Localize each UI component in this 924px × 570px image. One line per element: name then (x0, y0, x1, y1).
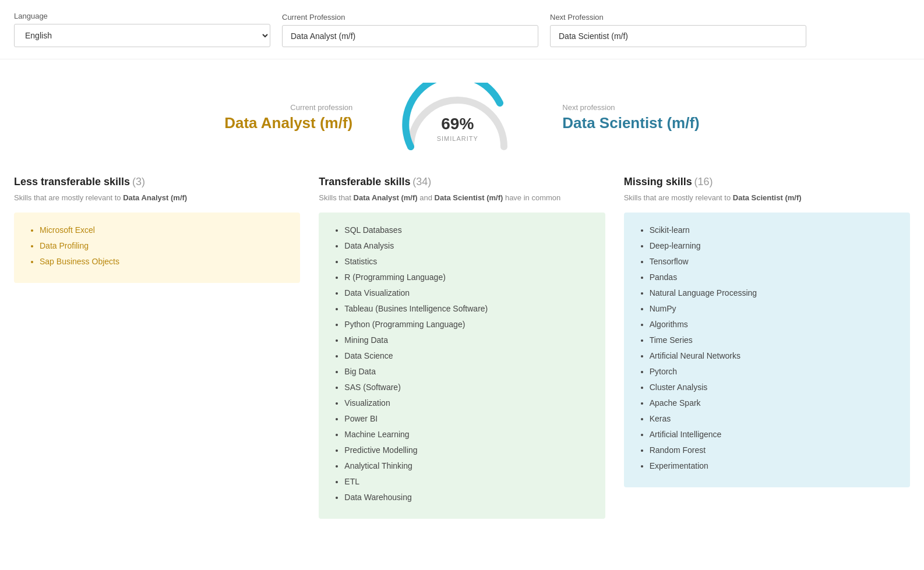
missing-header: Missing skills (16) (624, 176, 910, 188)
list-item: Experimentation (650, 460, 896, 472)
list-item: Sap Business Objects (40, 256, 286, 268)
gauge-percent: 69% (437, 115, 478, 133)
list-item: Apache Spark (650, 397, 896, 409)
list-item: Tensorflow (650, 256, 896, 268)
less-transferable-description: Skills that are mostly relevant to Data … (14, 193, 300, 203)
list-item: Analytical Thinking (344, 460, 591, 472)
missing-column: Missing skills (16) Skills that are most… (615, 176, 910, 519)
missing-count: (16) (694, 176, 713, 187)
transferable-description: Skills that Data Analyst (m/f) and Data … (319, 193, 605, 203)
skills-section: Less transferable skills (3) Skills that… (0, 176, 924, 542)
next-profession-section-label: Next profession (562, 103, 700, 112)
transferable-desc-bold1: Data Analyst (m/f) (354, 193, 418, 202)
list-item: Artificial Intelligence (650, 429, 896, 441)
current-profession-input[interactable] (282, 25, 538, 47)
list-item: Mining Data (344, 334, 591, 346)
language-field-group: Language English (14, 12, 270, 47)
list-item: Data Profiling (40, 240, 286, 252)
list-item: Natural Language Processing (650, 287, 896, 299)
list-item: NumPy (650, 303, 896, 315)
list-item: Pytorch (650, 366, 896, 378)
transferable-count: (34) (412, 176, 431, 187)
list-item: Deep-learning (650, 240, 896, 252)
list-item: Random Forest (650, 444, 896, 456)
less-transferable-column: Less transferable skills (3) Skills that… (14, 176, 309, 519)
list-item: Scikit-learn (650, 224, 896, 236)
list-item: Visualization (344, 397, 591, 409)
missing-list-box: Scikit-learn Deep-learning Tensorflow Pa… (624, 213, 910, 487)
less-transferable-list-box: Microsoft Excel Data Profiling Sap Busin… (14, 213, 300, 283)
list-item: Time Series (650, 334, 896, 346)
list-item: Statistics (344, 256, 591, 268)
missing-list: Scikit-learn Deep-learning Tensorflow Pa… (638, 224, 896, 472)
list-item: Predictive Modelling (344, 444, 591, 456)
list-item: Data Visualization (344, 287, 591, 299)
gauge-similarity-label: SIMILARITY (437, 135, 478, 142)
list-item: Algorithms (650, 318, 896, 331)
similarity-section: Current profession Data Analyst (m/f) 69… (0, 59, 924, 176)
gauge-container: 69% SIMILARITY (399, 83, 516, 153)
list-item: Data Warehousing (344, 491, 591, 504)
current-profession-section-name: Data Analyst (m/f) (224, 114, 352, 132)
transferable-column: Transferable skills (34) Skills that Dat… (309, 176, 614, 519)
list-item: Data Science (344, 350, 591, 362)
less-transferable-desc-bold: Data Analyst (m/f) (123, 193, 187, 202)
list-item: Tableau (Busines Intelligence Software) (344, 303, 591, 315)
transferable-list-box: SQL Databases Data Analysis Statistics R… (319, 213, 605, 519)
language-select[interactable]: English (14, 24, 270, 47)
next-profession-label: Next Profession (550, 13, 806, 22)
list-item: R (Programming Language) (344, 271, 591, 284)
current-profession-label: Current Profession (282, 13, 538, 22)
list-item: Keras (650, 413, 896, 425)
less-transferable-list: Microsoft Excel Data Profiling Sap Busin… (28, 224, 286, 268)
transferable-desc-bold2: Data Scientist (m/f) (435, 193, 503, 202)
less-transferable-count: (3) (132, 176, 145, 187)
next-profession-input[interactable] (550, 25, 806, 47)
less-transferable-header: Less transferable skills (3) (14, 176, 300, 188)
list-item: Big Data (344, 366, 591, 378)
list-item: Pandas (650, 271, 896, 284)
list-item: Microsoft Excel (40, 224, 286, 236)
transferable-list: SQL Databases Data Analysis Statistics R… (333, 224, 591, 504)
list-item: Power BI (344, 413, 591, 425)
list-item: ETL (344, 476, 591, 488)
next-profession-field-group: Next Profession (550, 13, 806, 47)
list-item: Cluster Analysis (650, 381, 896, 394)
language-label: Language (14, 12, 270, 20)
missing-title: Missing skills (624, 176, 692, 187)
transferable-title: Transferable skills (319, 176, 410, 187)
current-profession-field-group: Current Profession (282, 13, 538, 47)
list-item: Artificial Neural Networks (650, 350, 896, 362)
current-profession-block: Current profession Data Analyst (m/f) (224, 103, 352, 132)
less-transferable-title: Less transferable skills (14, 176, 130, 187)
transferable-header: Transferable skills (34) (319, 176, 605, 188)
list-item: Python (Programming Language) (344, 318, 591, 331)
next-profession-block: Next profession Data Scientist (m/f) (562, 103, 700, 132)
top-bar: Language English Current Profession Next… (0, 0, 924, 59)
current-profession-section-label: Current profession (224, 103, 352, 112)
list-item: Machine Learning (344, 429, 591, 441)
gauge-text: 69% SIMILARITY (437, 115, 478, 143)
list-item: SAS (Software) (344, 381, 591, 394)
list-item: Data Analysis (344, 240, 591, 252)
list-item: SQL Databases (344, 224, 591, 236)
next-profession-section-name: Data Scientist (m/f) (562, 114, 700, 132)
missing-desc-bold: Data Scientist (m/f) (733, 193, 802, 202)
missing-description: Skills that are mostly relevant to Data … (624, 193, 910, 203)
